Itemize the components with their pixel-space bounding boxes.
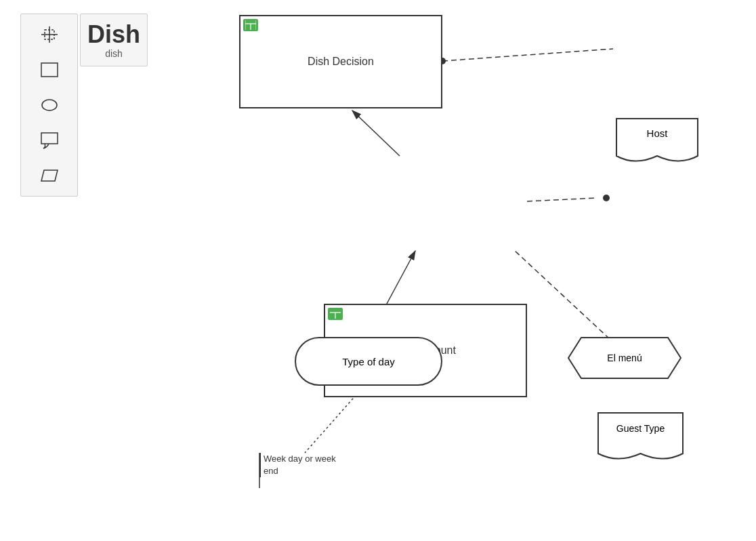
svg-marker-5: [41, 170, 58, 181]
rectangle-tool[interactable]: [36, 56, 63, 83]
type-of-day-node[interactable]: Type of day: [295, 337, 442, 386]
toolbar: [20, 14, 78, 197]
connection-dot-guest-type: [603, 195, 610, 201]
connection-elmenu-guest: [515, 251, 610, 339]
oval-tool[interactable]: [36, 92, 63, 119]
connection-guest-dish: [352, 111, 400, 156]
tool-subtitle: dish: [105, 48, 123, 59]
parallelogram-tool[interactable]: [36, 162, 63, 189]
type-of-day-label: Type of day: [342, 356, 395, 367]
tool-title: Dish: [87, 21, 140, 48]
tool-label-panel: Dish dish: [80, 14, 148, 66]
week-day-label: Week day or weekend: [259, 453, 368, 477]
connection-dish-host: [442, 49, 613, 61]
svg-rect-3: [41, 63, 58, 77]
connection-typeofday-label: [305, 388, 362, 453]
table-icon: [243, 19, 258, 31]
speech-tool[interactable]: [36, 127, 63, 154]
el-menu-node[interactable]: El menú: [568, 337, 681, 379]
svg-point-4: [42, 100, 57, 111]
el-menu-label: El menú: [607, 353, 642, 363]
host-node[interactable]: Host: [613, 115, 701, 169]
guest-type-label: Guest Type: [595, 423, 686, 434]
connection-guest-type: [527, 198, 596, 201]
guest-type-node[interactable]: Guest Type: [595, 409, 686, 469]
dish-decision-label: Dish Decision: [308, 56, 374, 68]
dish-decision-node[interactable]: Dish Decision: [239, 15, 442, 108]
table-icon-2: [328, 308, 343, 320]
host-label: Host: [613, 127, 701, 139]
cursor-tool[interactable]: [36, 21, 63, 48]
